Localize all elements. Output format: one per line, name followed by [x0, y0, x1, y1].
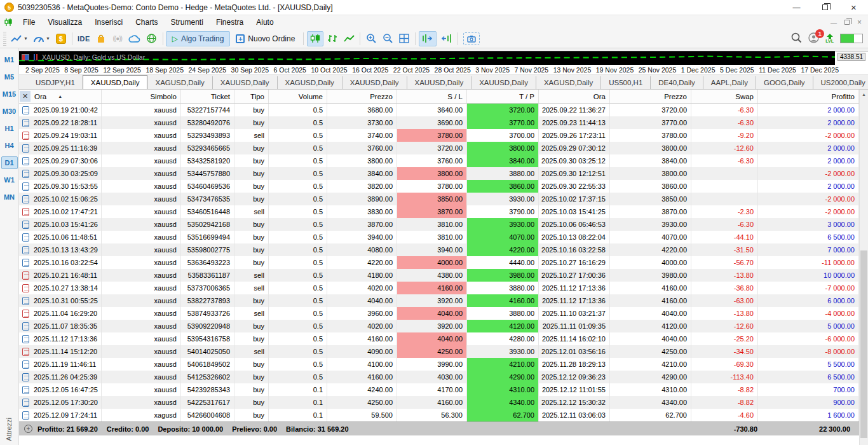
mdi-close-button[interactable]: × [857, 18, 862, 27]
scroll-up-icon[interactable]: ▲ [860, 90, 868, 99]
timeframe-button[interactable]: H4 [1, 139, 18, 152]
table-row[interactable]: 2025.09.30 15:53:55 xauusd 53460469536 b… [19, 180, 859, 193]
chart-tab[interactable]: XAGUSD,Daily [147, 76, 212, 89]
mdi-minimize-button[interactable]: — [831, 19, 837, 26]
mdi-restore-button[interactable] [844, 20, 850, 25]
new-order-button[interactable]: + Nuovo Ordine [230, 31, 301, 46]
timeframe-button[interactable]: W1 [1, 174, 18, 186]
col-header-close-price[interactable]: Prezzo [610, 90, 691, 103]
minimize-button[interactable]: — [782, 0, 811, 15]
chart-tab[interactable]: XAUUSD,Daily [83, 75, 148, 89]
depth-of-market-icon[interactable] [22, 54, 29, 60]
chart-strip[interactable]: XAUUSD, Daily: Gold vs US Dollar 4338.51 [19, 51, 868, 65]
timeframe-button[interactable]: M15 [1, 88, 18, 100]
table-row[interactable]: 2025.12.05 17:30:20 xauusd 54225317617 b… [19, 396, 859, 409]
table-row[interactable]: 2025.12.05 16:47:25 xauusd 54239285343 b… [19, 383, 859, 396]
chart-type-button[interactable]: ▼ [9, 31, 30, 46]
col-header-volume[interactable]: Volume [269, 90, 327, 103]
auto-scroll-button[interactable] [419, 31, 437, 46]
table-row[interactable]: 2025.11.04 16:29:20 xauusd 53874933726 s… [19, 307, 859, 320]
table-row[interactable]: 2025.11.12 17:13:36 xauusd 53954316758 b… [19, 332, 859, 345]
col-header-sl[interactable]: S / L [397, 90, 467, 103]
table-row[interactable]: 2025.11.26 04:25:39 xauusd 54125326602 b… [19, 371, 859, 383]
chart-tab[interactable]: DE40,Daily [650, 76, 703, 89]
timeframe-button[interactable]: H1 [1, 122, 18, 135]
table-row[interactable]: 2025.09.22 18:28:11 xauusd 53280492076 b… [19, 116, 859, 129]
chart-tab[interactable]: AAPL,Daily [703, 76, 756, 89]
tile-windows-button[interactable] [397, 31, 412, 46]
table-row[interactable]: 2025.09.25 11:16:39 xauusd 53293465665 b… [19, 142, 859, 154]
chart-tab[interactable]: XAUUSD,Daily [407, 76, 471, 89]
table-row[interactable]: 2025.09.24 19:03:11 xauusd 53293493893 s… [19, 129, 859, 142]
chart-tab[interactable]: XAGUSD,Daily [536, 76, 600, 89]
timeframe-button[interactable]: M30 [1, 105, 18, 118]
timeframe-button[interactable]: D1 [1, 156, 18, 169]
col-header-ticket[interactable]: Ticket [181, 90, 234, 103]
chart-canvas[interactable]: XAUUSD, Daily: Gold vs US Dollar [19, 51, 835, 65]
chart-tab[interactable]: GOOG,Daily [756, 76, 813, 89]
chart-tab[interactable]: US2000,Daily [813, 76, 868, 89]
chart-shift-button[interactable] [438, 31, 454, 46]
col-header-swap[interactable]: Swap [691, 90, 758, 103]
bars-mode-button[interactable] [325, 31, 340, 46]
table-row[interactable]: 2025.09.19 21:00:42 xauusd 53227157744 b… [19, 104, 859, 116]
restore-button[interactable] [811, 0, 839, 15]
table-row[interactable]: 2025.10.16 03:22:54 xauusd 53636493223 b… [19, 256, 859, 269]
col-header-tp[interactable]: T / P [467, 90, 539, 103]
zoom-in-button[interactable] [363, 31, 379, 46]
zoom-out-button[interactable] [380, 31, 395, 46]
close-button[interactable]: × [839, 0, 868, 15]
chart-tab[interactable]: XAUUSD,Daily [212, 76, 277, 89]
chart-tab[interactable]: US500,H1 [600, 76, 650, 89]
line-mode-button[interactable] [341, 31, 356, 46]
close-panel-button[interactable]: ✕ [20, 91, 31, 102]
table-row[interactable]: 2025.09.30 03:25:09 xauusd 53445757880 b… [19, 167, 859, 180]
table-row[interactable]: 2025.10.21 16:48:11 xauusd 53583361187 s… [19, 269, 859, 282]
vps-button[interactable] [126, 31, 143, 46]
col-header-time[interactable]: ✕ Ora ▲ [19, 90, 102, 103]
scrollbar-thumb[interactable] [860, 250, 867, 438]
table-row[interactable]: 2025.10.13 13:43:29 xauusd 53598002775 b… [19, 243, 859, 256]
col-header-profit[interactable]: Profitto [758, 90, 859, 103]
table-row[interactable]: 2025.10.02 15:06:25 xauusd 53473476535 b… [19, 193, 859, 205]
timeframe-button[interactable]: M5 [1, 71, 18, 83]
menu-item[interactable]: Aiuto [250, 15, 280, 29]
table-row[interactable]: 2025.11.07 18:35:35 xauusd 53909220948 b… [19, 320, 859, 332]
timeframe-button[interactable]: MN [1, 191, 18, 203]
table-row[interactable]: 2025.09.29 07:30:06 xauusd 53432581920 b… [19, 154, 859, 167]
table-row[interactable]: 2025.10.06 11:48:51 xauusd 53516699494 b… [19, 231, 859, 243]
timeframe-button[interactable]: M1 [1, 53, 18, 66]
chart-tab[interactable]: USDJPY,H1 [28, 76, 83, 89]
table-row[interactable]: 2025.10.31 00:55:25 xauusd 53822737893 b… [19, 294, 859, 307]
chart-tab[interactable]: XAGUSD,Daily [277, 76, 342, 89]
toolbox-panel-label[interactable]: Attrezzi [5, 418, 13, 441]
signals-button[interactable]: ((●)) [110, 31, 125, 46]
metaeditor-button[interactable]: IDE [76, 31, 92, 46]
expand-icon[interactable]: + [24, 425, 32, 433]
menu-item[interactable]: Inserisci [88, 15, 129, 29]
menu-item[interactable]: Visualizza [41, 15, 88, 29]
toolbar-grip[interactable] [3, 32, 6, 46]
chart-tab[interactable]: XAUUSD,Daily [342, 76, 407, 89]
indicators-button[interactable]: ▼ [31, 31, 52, 46]
table-row[interactable]: 2025.10.03 15:41:26 xauusd 53502942168 b… [19, 218, 859, 231]
market-button[interactable] [93, 31, 109, 46]
table-row[interactable]: 2025.10.27 13:38:14 xauusd 53737006365 s… [19, 282, 859, 294]
col-header-type[interactable]: Tipo [234, 90, 269, 103]
col-header-price[interactable]: Prezzo [327, 90, 397, 103]
col-header-symbol[interactable]: Simbolo [102, 90, 181, 103]
table-row[interactable]: 2025.10.02 17:47:21 xauusd 53460516448 s… [19, 205, 859, 218]
menu-item[interactable]: Charts [129, 15, 164, 29]
table-row[interactable]: 2025.11.14 15:12:20 xauusd 54014025050 s… [19, 345, 859, 358]
one-click-trading-icon[interactable] [32, 54, 39, 60]
table-row[interactable]: 2025.11.19 11:46:11 xauusd 54061849502 b… [19, 358, 859, 371]
menu-item[interactable]: File [17, 15, 41, 29]
notifications-button[interactable]: 1 [808, 32, 819, 44]
screenshot-button[interactable] [461, 31, 482, 46]
menu-item[interactable]: Finestra [210, 15, 250, 29]
scrollbar-track[interactable] [860, 99, 868, 445]
col-header-close-time[interactable]: Ora [539, 90, 610, 103]
chart-tab[interactable]: XAUUSD,Daily [471, 76, 536, 89]
search-button[interactable] [791, 32, 802, 44]
levels-button[interactable]: LVL [825, 34, 834, 43]
